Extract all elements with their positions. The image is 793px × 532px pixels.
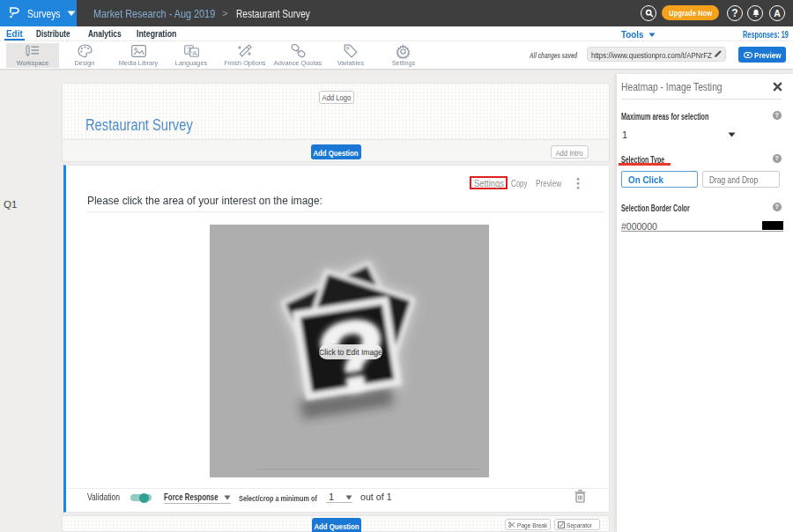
svg-text:A: A <box>192 49 197 57</box>
svg-text:Click to Edit Image: Click to Edit Image <box>319 348 382 358</box>
